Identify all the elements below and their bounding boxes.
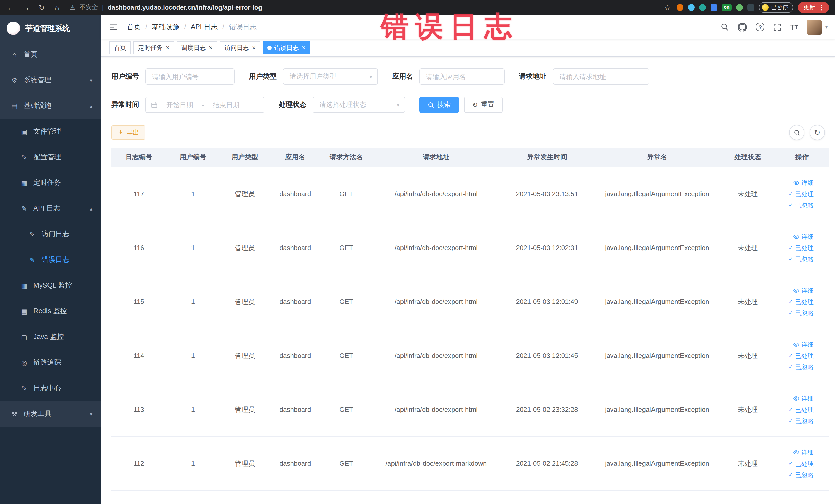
breadcrumb-item[interactable]: API 日志 bbox=[191, 22, 218, 32]
address-bar[interactable]: ⚠ 不安全 | dashboard.yudao.iocoder.cn/infra… bbox=[68, 3, 657, 12]
processed-link[interactable]: ✓已处理 bbox=[777, 296, 814, 307]
tab-schedule-log[interactable]: 调度日志 × bbox=[177, 41, 217, 55]
sidebar-item-system[interactable]: ⚙ 系统管理 ▾ bbox=[0, 67, 101, 93]
filter-app-name: 应用名 bbox=[392, 68, 504, 85]
toggle-search-button[interactable] bbox=[789, 125, 805, 140]
tab-home[interactable]: 首页 bbox=[109, 41, 131, 55]
select-placeholder: 请选择处理状态 bbox=[319, 100, 366, 109]
ignored-link[interactable]: ✓已忽略 bbox=[777, 254, 814, 265]
database-icon: ▤ bbox=[20, 307, 28, 315]
extension-icon[interactable] bbox=[748, 4, 754, 11]
paused-badge[interactable]: 已暂停 bbox=[759, 2, 793, 13]
search-icon[interactable] bbox=[720, 23, 729, 31]
processed-link[interactable]: ✓已处理 bbox=[777, 242, 814, 254]
processed-link[interactable]: ✓已处理 bbox=[777, 350, 814, 361]
sidebar-item-mysql[interactable]: ▥ MySQL 监控 bbox=[0, 273, 101, 298]
reload-icon[interactable]: ↻ bbox=[37, 3, 46, 12]
extension-icon[interactable] bbox=[711, 4, 717, 11]
refresh-table-button[interactable]: ↻ bbox=[810, 125, 825, 140]
sidebar-item-trace[interactable]: ◎ 链路追踪 bbox=[0, 350, 101, 375]
forward-icon[interactable]: → bbox=[22, 3, 31, 12]
sidebar-item-log-center[interactable]: ✎ 日志中心 bbox=[0, 375, 101, 401]
home-nav-icon[interactable]: ⌂ bbox=[53, 3, 62, 12]
user-id-input[interactable] bbox=[145, 68, 235, 85]
extension-on-badge[interactable]: on bbox=[722, 4, 732, 11]
extension-icon[interactable] bbox=[677, 4, 683, 11]
sidebar-item-access-log[interactable]: ✎ 访问日志 bbox=[0, 221, 101, 247]
bookmark-star-icon[interactable]: ☆ bbox=[663, 3, 672, 12]
sidebar-item-job[interactable]: ▦ 定时任务 bbox=[0, 170, 101, 196]
fullscreen-icon[interactable] bbox=[773, 23, 781, 31]
close-icon[interactable]: × bbox=[209, 45, 212, 51]
search-button[interactable]: 搜索 bbox=[420, 97, 459, 113]
security-warning-icon: ⚠ bbox=[70, 4, 76, 11]
sidebar-item-api-log[interactable]: ✎ API 日志 ▴ bbox=[0, 196, 101, 221]
breadcrumb-item[interactable]: 基础设施 bbox=[152, 22, 180, 32]
avatar[interactable] bbox=[807, 19, 822, 35]
sidebar-item-java[interactable]: ▢ Java 监控 bbox=[0, 324, 101, 350]
back-icon[interactable]: ← bbox=[6, 3, 15, 12]
user-menu[interactable]: ▾ bbox=[807, 19, 828, 35]
sidebar-item-file[interactable]: ▣ 文件管理 bbox=[0, 119, 101, 144]
tab-job[interactable]: 定时任务 × bbox=[134, 41, 174, 55]
column-header: 应用名 bbox=[270, 148, 320, 167]
extension-icon[interactable] bbox=[736, 4, 743, 11]
cell-status: 未处理 bbox=[720, 437, 775, 490]
extension-icon[interactable] bbox=[699, 4, 706, 11]
sidebar-item-label: 配置管理 bbox=[33, 153, 61, 162]
app-logo[interactable]: 芋道管理系统 bbox=[0, 15, 101, 42]
hamburger-icon[interactable] bbox=[109, 22, 118, 32]
date-range-picker[interactable]: - bbox=[145, 97, 264, 113]
detail-link[interactable]: 详细 bbox=[777, 285, 814, 296]
export-button[interactable]: 导出 bbox=[111, 125, 145, 140]
close-icon[interactable]: × bbox=[252, 45, 256, 51]
page-url[interactable]: dashboard.yudao.iocoder.cn/infra/log/api… bbox=[108, 4, 262, 11]
font-size-icon[interactable]: TT bbox=[790, 23, 798, 31]
ignored-link[interactable]: ✓已忽略 bbox=[777, 200, 814, 211]
processed-link[interactable]: ✓已处理 bbox=[777, 458, 814, 469]
detail-link[interactable]: 详细 bbox=[777, 231, 814, 242]
edit-icon: ✎ bbox=[20, 153, 28, 161]
sidebar-item-redis[interactable]: ▤ Redis 监控 bbox=[0, 298, 101, 324]
detail-link[interactable]: 详细 bbox=[777, 392, 814, 404]
request-url-input[interactable] bbox=[553, 68, 649, 85]
processed-link[interactable]: ✓已处理 bbox=[777, 188, 814, 200]
monitor-icon: ▥ bbox=[20, 282, 28, 289]
start-date-input[interactable] bbox=[160, 100, 199, 109]
ignored-link[interactable]: ✓已忽略 bbox=[777, 469, 814, 480]
detail-link[interactable]: 详细 bbox=[777, 177, 814, 188]
ignored-link[interactable]: ✓已忽略 bbox=[777, 415, 814, 426]
sidebar-item-dev-tools[interactable]: ⚒ 研发工具 ▾ bbox=[0, 401, 101, 427]
user-type-select[interactable]: 请选择用户类型 ▾ bbox=[283, 68, 378, 85]
sidebar-item-infra[interactable]: ▤ 基础设施 ▴ bbox=[0, 93, 101, 119]
ignored-link[interactable]: ✓已忽略 bbox=[777, 307, 814, 319]
process-status-select[interactable]: 请选择处理状态 ▾ bbox=[313, 97, 405, 113]
end-date-input[interactable] bbox=[207, 100, 246, 109]
sidebar-item-home[interactable]: ⌂ 首页 bbox=[0, 42, 101, 67]
check-icon: ✓ bbox=[789, 407, 793, 412]
github-icon[interactable] bbox=[738, 22, 747, 32]
extension-icon[interactable] bbox=[688, 4, 695, 11]
app-name-input[interactable] bbox=[419, 68, 504, 85]
table-header-row: 日志编号 用户编号 用户类型 应用名 请求方法名 请求地址 异常发生时间 异常名… bbox=[111, 148, 829, 167]
close-icon[interactable]: × bbox=[166, 45, 169, 51]
chevron-up-icon: ▴ bbox=[90, 103, 93, 108]
help-icon[interactable]: ? bbox=[756, 23, 765, 31]
cell-status: 未处理 bbox=[720, 167, 775, 221]
reset-button[interactable]: ↻ 重置 bbox=[464, 97, 503, 113]
update-button[interactable]: 更新 ⋮ bbox=[798, 2, 829, 13]
tab-access-log[interactable]: 访问日志 × bbox=[220, 41, 260, 55]
detail-link[interactable]: 详细 bbox=[777, 446, 814, 458]
processed-link[interactable]: ✓已处理 bbox=[777, 404, 814, 415]
tab-error-log[interactable]: 错误日志 × bbox=[263, 41, 310, 55]
ignored-link[interactable]: ✓已忽略 bbox=[777, 361, 814, 372]
close-icon[interactable]: × bbox=[302, 45, 305, 51]
search-icon bbox=[428, 101, 434, 108]
cell-app-name: dashboard bbox=[270, 437, 320, 490]
sidebar-item-config[interactable]: ✎ 配置管理 bbox=[0, 144, 101, 170]
breadcrumb-item[interactable]: 首页 bbox=[127, 22, 141, 32]
sidebar-item-error-log[interactable]: ✎ 错误日志 bbox=[0, 247, 101, 273]
check-icon: ✓ bbox=[789, 299, 793, 304]
detail-link[interactable]: 详细 bbox=[777, 339, 814, 350]
kebab-menu-icon[interactable]: ⋮ bbox=[818, 4, 825, 11]
